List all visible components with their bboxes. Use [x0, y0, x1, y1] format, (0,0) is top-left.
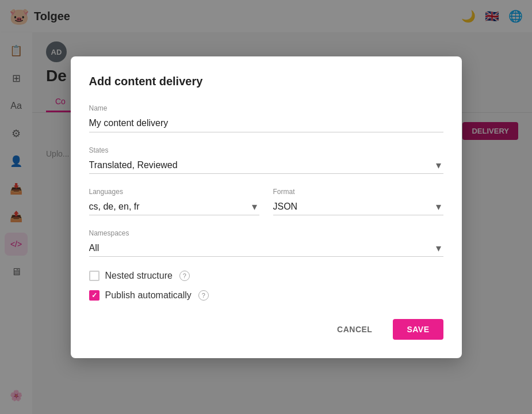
modal-title: Add content delivery — [89, 75, 443, 88]
states-label: States — [89, 146, 443, 154]
languages-field-group: Languages cs, de, en, fr ▾ — [89, 188, 259, 215]
namespaces-select-wrapper: All ▾ — [89, 240, 443, 257]
modal-overlay: Add content delivery Name States Transla… — [0, 0, 532, 414]
namespaces-field-group: Namespaces All ▾ — [89, 229, 443, 257]
cancel-button[interactable]: CANCEL — [326, 319, 384, 340]
languages-select[interactable]: cs, de, en, fr — [89, 198, 259, 215]
languages-select-wrapper: cs, de, en, fr ▾ — [89, 198, 259, 215]
name-field-group: Name — [89, 104, 443, 132]
publish-auto-group: Publish automatically ? — [89, 290, 443, 301]
publish-auto-help-icon[interactable]: ? — [198, 290, 209, 301]
states-select-wrapper: Translated, Reviewed ▾ — [89, 157, 443, 174]
nested-structure-help-icon[interactable]: ? — [179, 271, 190, 281]
nested-structure-group: Nested structure ? — [89, 271, 443, 281]
save-button[interactable]: SAVE — [393, 319, 443, 340]
publish-auto-label: Publish automatically — [105, 290, 192, 301]
format-select-wrapper: JSON ▾ — [273, 198, 443, 215]
lang-format-row: Languages cs, de, en, fr ▾ Format JSON ▾ — [89, 188, 443, 215]
name-input[interactable] — [89, 115, 443, 132]
nested-structure-checkbox[interactable] — [89, 271, 99, 281]
namespaces-select[interactable]: All — [89, 240, 443, 257]
format-field-group: Format JSON ▾ — [273, 188, 443, 215]
name-label: Name — [89, 104, 443, 112]
format-label: Format — [273, 188, 443, 196]
states-select[interactable]: Translated, Reviewed — [89, 157, 443, 174]
modal-dialog: Add content delivery Name States Transla… — [71, 56, 462, 358]
namespaces-label: Namespaces — [89, 229, 443, 237]
publish-auto-checkbox[interactable] — [89, 290, 99, 301]
languages-label: Languages — [89, 188, 259, 196]
states-field-group: States Translated, Reviewed ▾ — [89, 146, 443, 174]
modal-footer: CANCEL SAVE — [89, 319, 443, 340]
format-select[interactable]: JSON — [273, 198, 443, 215]
nested-structure-label: Nested structure — [105, 271, 173, 281]
